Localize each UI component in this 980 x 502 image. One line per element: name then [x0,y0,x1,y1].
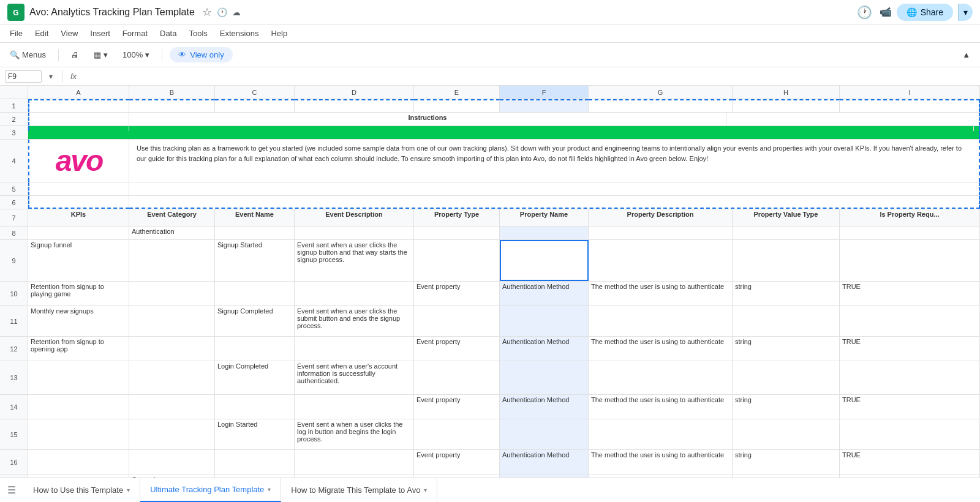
cell-a5[interactable] [28,182,129,195]
cell-h7[interactable]: Property Value Type [733,209,840,226]
cell-b6[interactable] [129,196,980,209]
cell-e15[interactable] [414,419,500,449]
cell-d10[interactable] [295,282,414,305]
col-header-a[interactable]: A [28,86,129,99]
cell-f15[interactable] [500,419,589,449]
history-icon[interactable]: 🕐 [217,7,227,17]
cell-h12[interactable]: string [733,337,840,361]
cell-h11[interactable] [733,306,840,336]
cell-e7[interactable]: Property Type [414,209,500,226]
menu-tools[interactable]: Tools [184,28,212,39]
cell-d11[interactable]: Event sent when a user clicks the submit… [295,306,414,336]
menu-file[interactable]: File [5,28,28,39]
cell-a3[interactable] [28,126,129,131]
cell-f8[interactable] [500,227,589,239]
cell-b15[interactable] [129,419,215,449]
cell-a16[interactable] [28,450,129,474]
menu-data[interactable]: Data [155,28,181,39]
cell-g11[interactable] [589,306,733,336]
cell-d16[interactable] [295,450,414,474]
cell-e13[interactable] [414,361,500,394]
col-header-e[interactable]: E [414,86,500,99]
cell-a13[interactable] [28,361,129,394]
cell-d8[interactable] [295,227,414,239]
cell-c9[interactable]: Signup Started [215,240,295,281]
cell-h14[interactable]: string [733,395,840,419]
print-button[interactable]: 🖨 [66,48,84,62]
cell-a12[interactable]: Retention from signup to opening app [28,337,129,361]
hamburger-icon[interactable]: ☰ [7,484,16,496]
cell-reference[interactable]: F9 [5,70,42,83]
cell-h16[interactable]: string [733,450,840,474]
cell-f12[interactable]: Authentication Method [500,337,589,361]
tab-how-to-migrate[interactable]: How to Migrate This Template to Avo ▾ [281,478,437,503]
menu-help[interactable]: Help [266,28,292,39]
cell-a9[interactable]: Signup funnel [28,240,129,281]
tab-how-to-use[interactable]: How to Use this Template ▾ [23,478,140,503]
cell-c12[interactable] [215,337,295,361]
col-header-d[interactable]: D [295,86,414,99]
cell-c11[interactable]: Signup Completed [215,306,295,336]
col-header-f[interactable]: F [500,86,589,99]
video-btn[interactable]: 📹 [880,6,892,18]
cell-i10[interactable]: TRUE [840,282,980,305]
cell-g10[interactable]: The method the user is using to authenti… [589,282,733,305]
cell-e9[interactable] [414,240,500,281]
cell-d13[interactable]: Event sent when a user's account informa… [295,361,414,394]
cell-a6[interactable] [28,196,129,209]
cell-h10[interactable]: string [733,282,840,305]
view-only-button[interactable]: 👁 View only [170,47,232,62]
collapse-button[interactable]: ▲ [957,48,975,62]
cell-g13[interactable] [589,361,733,394]
col-header-g[interactable]: G [589,86,733,99]
cell-f10[interactable]: Authentication Method [500,282,589,305]
cell-e12[interactable]: Event property [414,337,500,361]
cell-c15[interactable]: Login Started [215,419,295,449]
share-dropdown-arrow[interactable]: ▾ [958,4,973,21]
cell-g12[interactable]: The method the user is using to authenti… [589,337,733,361]
cell-b5[interactable] [129,182,980,195]
cell-a11[interactable]: Monthly new signups [28,306,129,336]
cell-h8[interactable] [733,227,840,239]
col-header-b[interactable]: B [129,86,215,99]
cell-i11[interactable] [840,306,980,336]
cell-f14[interactable]: Authentication Method [500,395,589,419]
cell-b4-instructions-text[interactable]: Use this tracking plan as a framework to… [129,140,980,182]
cell-h9[interactable] [733,240,840,281]
col-header-h[interactable]: H [733,86,840,99]
cell-f13[interactable] [500,361,589,394]
cell-i3[interactable] [974,126,980,139]
cell-a4-logo[interactable]: avo [28,140,129,182]
cell-g15[interactable] [589,419,733,449]
cell-a1[interactable] [28,99,129,112]
cell-f11[interactable] [500,306,589,336]
cell-c8[interactable] [215,227,295,239]
cloud-icon[interactable]: ☁ [232,7,241,17]
cell-c1[interactable] [215,99,295,112]
cell-a2[interactable] [28,113,129,126]
cell-f1[interactable] [500,99,589,112]
menu-edit[interactable]: Edit [30,28,53,39]
tab-ultimate-tracking[interactable]: Ultimate Tracking Plan Template ▾ [140,478,281,503]
cell-b3-green[interactable] [129,126,974,131]
cell-g1[interactable] [589,99,733,112]
cell-b1[interactable] [129,99,215,112]
cell-g7[interactable]: Property Description [589,209,733,226]
cell-b9[interactable] [129,240,215,281]
cell-b14[interactable] [129,395,215,419]
cell-i16[interactable]: TRUE [840,450,980,474]
cell-c16[interactable] [215,450,295,474]
cell-a15[interactable] [28,419,129,449]
cell-b13[interactable] [129,361,215,394]
share-button[interactable]: 🌐 Share [897,4,953,21]
cell-d12[interactable] [295,337,414,361]
cell-f16[interactable]: Authentication Method [500,450,589,474]
cell-h1[interactable] [733,99,840,112]
cell-e11[interactable] [414,306,500,336]
cell-i8[interactable] [840,227,980,239]
cell-e1[interactable] [414,99,500,112]
cell-g14[interactable]: The method the user is using to authenti… [589,395,733,419]
menu-view[interactable]: View [56,28,83,39]
cell-f9-selected[interactable] [500,240,589,281]
col-header-i[interactable]: I [840,86,980,99]
